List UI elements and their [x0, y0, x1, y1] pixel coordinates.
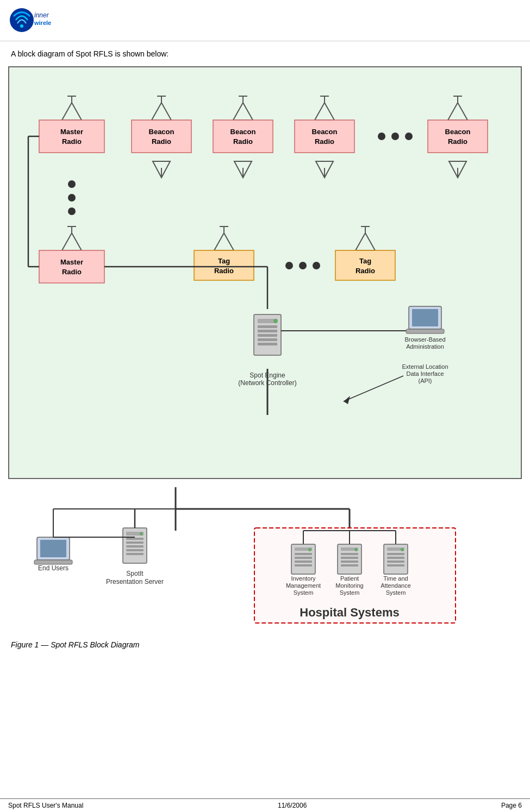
footer-date: 11/6/2006: [278, 802, 307, 809]
beacon4-antenna: [448, 96, 467, 120]
bottom-section: End Users SpotIt Presentation Server: [8, 482, 522, 634]
svg-rect-96: [295, 561, 312, 563]
beacon-radio-2-box: [213, 120, 273, 153]
footer-right: Page 6: [501, 802, 522, 809]
svg-rect-78: [412, 309, 438, 326]
svg-rect-103: [341, 561, 358, 563]
svg-rect-101: [341, 553, 358, 555]
beacon-radio-4-box: [428, 120, 488, 153]
master-radio-bottom-box: [39, 250, 104, 283]
svg-marker-58: [214, 233, 234, 250]
svg-text:Tag: Tag: [359, 257, 371, 265]
dots-h-2: [391, 133, 399, 140]
page-footer: Spot RFLS User's Manual 11/6/2006 Page 6: [0, 798, 530, 812]
figure-caption-text: Figure 1 — Spot RFLS Block Diagram: [11, 640, 140, 649]
svg-rect-20: [17, 83, 35, 86]
svg-rect-111: [387, 564, 404, 566]
svg-rect-83: [34, 560, 72, 564]
patient-label-3: System: [339, 589, 359, 596]
time-label-3: System: [385, 589, 406, 596]
svg-point-98: [308, 548, 311, 551]
page-header: inner wireless: [0, 0, 530, 41]
beacon-radio-1-box: [132, 120, 191, 153]
svg-marker-4: [17, 75, 25, 81]
ext-location-label-2: Data Interface: [406, 370, 444, 377]
inventory-server: [291, 544, 315, 574]
svg-marker-40: [448, 103, 467, 120]
footer-left: Spot RFLS User's Manual: [8, 802, 83, 809]
inventory-label-1: Inventory: [291, 575, 316, 582]
svg-rect-19: [17, 75, 29, 80]
beacon2-lower-antenna: [234, 161, 252, 178]
browser-admin-label-1: Browser-Based: [404, 336, 445, 343]
time-label-2: Attendance: [381, 582, 411, 589]
svg-text:Beacon: Beacon: [312, 128, 338, 136]
tag-radio-2-box: [335, 250, 395, 280]
beacon1-lower-antenna: [153, 161, 170, 178]
svg-point-1: [20, 24, 23, 28]
svg-text:Radio: Radio: [315, 137, 334, 146]
tag2-antenna: [356, 226, 375, 250]
beacon4-lower-antenna: [449, 161, 466, 178]
svg-rect-110: [387, 561, 404, 563]
svg-text:Beacon: Beacon: [149, 128, 174, 136]
time-label-1: Time and: [383, 575, 408, 582]
beacon3-lower-antenna: [316, 161, 333, 178]
dot-v1: [68, 180, 76, 188]
svg-text:Master: Master: [60, 258, 83, 266]
svg-point-75: [273, 319, 278, 323]
dots-h-1: [378, 133, 385, 140]
tag-dots-3: [313, 262, 320, 269]
tag-radio-1-box: [194, 250, 254, 280]
svg-rect-14: [17, 76, 26, 78]
svg-rect-86: [126, 538, 144, 540]
browser-admin-label-2: Administration: [406, 343, 444, 350]
svg-rect-71: [258, 330, 277, 332]
svg-rect-79: [406, 329, 444, 333]
spot-engine-server: [254, 314, 281, 355]
svg-marker-30: [233, 103, 253, 120]
patient-label-1: Patient: [340, 575, 358, 582]
svg-rect-87: [126, 542, 144, 544]
svg-marker-21: [62, 103, 82, 120]
svg-rect-70: [258, 325, 277, 328]
svg-rect-102: [341, 557, 358, 559]
bottom-connections-svg: End Users SpotIt Presentation Server: [15, 487, 515, 628]
dot-v2: [68, 194, 76, 202]
dot-v3: [68, 207, 76, 215]
svg-point-112: [401, 548, 404, 551]
beacon2-antenna: [233, 96, 253, 120]
svg-rect-89: [126, 549, 144, 551]
svg-text:wireless: wireless: [34, 20, 52, 26]
svg-text:Radio: Radio: [214, 267, 234, 275]
svg-text:Radio: Radio: [152, 137, 171, 146]
logo-icon: inner wireless: [8, 5, 52, 35]
svg-text:Radio: Radio: [62, 137, 82, 146]
svg-marker-25: [152, 103, 171, 120]
svg-text:Beacon: Beacon: [445, 128, 471, 136]
svg-rect-94: [295, 553, 312, 555]
patient-server: [338, 544, 361, 574]
svg-text:Radio: Radio: [233, 137, 253, 146]
svg-text:Radio: Radio: [356, 267, 375, 275]
svg-rect-74: [258, 343, 277, 345]
ext-location-label-1: External Location: [402, 363, 448, 370]
svg-rect-88: [126, 545, 144, 547]
svg-text:Tag: Tag: [218, 257, 230, 265]
figure-caption: Figure 1 — Spot RFLS Block Diagram: [0, 634, 530, 656]
svg-rect-108: [387, 553, 404, 555]
svg-rect-72: [258, 334, 277, 337]
svg-text:Beacon: Beacon: [230, 128, 256, 136]
master-radio-top-antenna: [62, 96, 82, 120]
svg-rect-15: [17, 80, 26, 82]
end-users-label: End Users: [38, 564, 68, 572]
svg-text:Radio: Radio: [62, 268, 82, 276]
svg-marker-7: [17, 75, 25, 85]
patient-label-2: Monitoring: [335, 582, 363, 589]
tag-dots-2: [299, 262, 307, 269]
inventory-label-3: System: [293, 589, 313, 596]
tag1-antenna: [214, 226, 234, 250]
svg-rect-82: [40, 540, 66, 557]
inventory-label-2: Management: [285, 582, 320, 589]
master-radio-top-box: [39, 120, 104, 153]
